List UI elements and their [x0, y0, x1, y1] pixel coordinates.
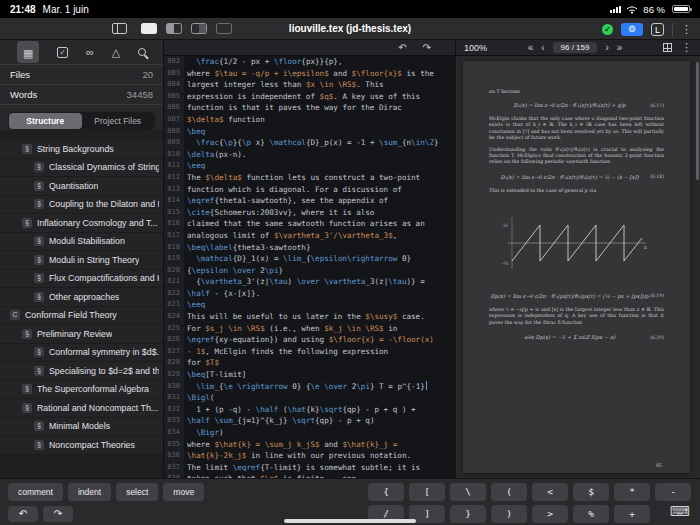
redo-icon[interactable]: ↷ [423, 43, 431, 53]
tree-item[interactable]: CConformal Field Theory [0, 307, 163, 326]
code-line[interactable]: 807$\delta$ function [164, 114, 456, 126]
code-line[interactable]: 813function which is diagonal. For a dis… [164, 184, 456, 196]
tree-item[interactable]: §Preliminary Review [0, 325, 163, 344]
typeset-button[interactable]: ⚙ [621, 23, 643, 36]
view-split-right-button[interactable] [191, 23, 207, 34]
tree-item[interactable]: §Classical Dynamics of String [0, 159, 163, 178]
zoom-level[interactable]: 100% [464, 43, 487, 53]
tree-item[interactable]: §Inflationary Cosmology and T... [0, 214, 163, 233]
view-split-left-button[interactable] [166, 23, 182, 34]
select-button[interactable]: select [116, 483, 158, 501]
code-line[interactable]: 817analogous limit of $\vartheta_3'/\var… [164, 230, 456, 242]
code-line[interactable]: 836\hat{k}-2k_j$ in line with our previo… [164, 450, 456, 462]
key-$[interactable]: $ [573, 483, 609, 501]
key-\[interactable]: \ [450, 483, 486, 501]
code-line[interactable]: 822\half - {x-[x]}. [164, 288, 456, 300]
home-indicator[interactable] [284, 519, 416, 523]
key-}[interactable]: } [450, 505, 486, 523]
key-<[interactable]: < [532, 483, 568, 501]
key-)[interactable]: ) [491, 505, 527, 523]
code-line[interactable]: 810\delta(px-n). [164, 149, 456, 161]
code-line[interactable]: 803where $\tau = -q/p + i\epsilon$ and $… [164, 68, 456, 80]
code-line[interactable]: 834 \Bigr) [164, 427, 456, 439]
tree-item[interactable]: §Other approaches [0, 288, 163, 307]
code-line[interactable]: 818\beq\label{theta3-sawtooth} [164, 242, 456, 254]
key--[interactable]: - [655, 483, 691, 501]
key-[[interactable]: [ [409, 483, 445, 501]
tree-item[interactable]: §Quantisation [0, 177, 163, 196]
redo-button[interactable]: ↷ [43, 506, 73, 522]
pdf-more-icon[interactable]: ⋮ [681, 42, 692, 53]
code-line[interactable]: 829\beq[T-limit] [164, 369, 456, 381]
code-line[interactable]: 806function is that it paves the way for… [164, 102, 456, 114]
warnings-icon[interactable]: △ [112, 47, 120, 58]
code-line[interactable]: 820{\epsilon \over 2\pi} [164, 265, 456, 277]
sidebar-toggle-icon[interactable] [112, 23, 127, 34]
move-button[interactable]: move [163, 483, 204, 501]
pdf-preview-pane[interactable]: on T becomeD₁(x) = lim ε→0 ε/2π · ϑ′₁(z|… [456, 56, 700, 478]
code-line[interactable]: 816claimed that the same sawtooth functi… [164, 218, 456, 230]
code-line[interactable]: 812The $\delta$ function lets us constru… [164, 172, 456, 184]
infinity-icon[interactable]: ∞ [86, 47, 94, 58]
key-+[interactable]: + [614, 505, 650, 523]
code-line[interactable]: 828for $T$ [164, 357, 456, 369]
tree-item[interactable]: §Rational and Noncompact Th... [0, 399, 163, 418]
tree-item[interactable]: §Noncompact Theories [0, 436, 163, 455]
code-line[interactable]: 837The limit \eqref{T-limit} is somewhat… [164, 462, 456, 474]
keyboard-dismiss-icon[interactable]: ⌨ [670, 503, 690, 519]
code-line[interactable]: 831\Bigl( [164, 392, 456, 404]
view-pdf-button[interactable] [216, 23, 232, 34]
code-line[interactable]: 833\half \sum_{j=1}^{k_j} \sqrt{qp} - p … [164, 415, 456, 427]
key-%[interactable]: % [573, 505, 609, 523]
code-line[interactable]: 802 \frac{1/2 - px + \floor{px}}{p}, [164, 56, 456, 68]
tree-item[interactable]: §Moduli Stabilisation [0, 233, 163, 252]
code-line[interactable]: 825For $s_j \in \RS$ (i.e., when $k_j \i… [164, 323, 456, 335]
code-area[interactable]: 802 \frac{1/2 - px + \floor{px}}{p},803w… [164, 56, 456, 478]
code-line[interactable]: 804largest integer less than $x \in \RS$… [164, 79, 456, 91]
todo-icon[interactable]: ✓ [57, 47, 68, 58]
syntax-check-icon[interactable]: ✓ [602, 24, 613, 35]
code-line[interactable]: 832 1 + (p -q) - \half (\hat{k}\sqrt{qp}… [164, 404, 456, 416]
structure-view-icon[interactable]: ▦ [17, 41, 39, 63]
code-line[interactable]: 809 \frac{\p}{\p x} \mathcal{D}_p(x) = -… [164, 137, 456, 149]
page-indicator[interactable]: 96 / 159 [553, 42, 598, 53]
key-*[interactable]: * [614, 483, 650, 501]
tree-item[interactable]: §Moduli in String Theory [0, 251, 163, 270]
tree-item[interactable]: §Coupling to the Dilaton and B... [0, 196, 163, 215]
key-([interactable]: ( [491, 483, 527, 501]
comment-button[interactable]: comment [8, 483, 63, 501]
tree-item[interactable]: §The Superconformal Algebra [0, 381, 163, 400]
indent-button[interactable]: indent [68, 483, 111, 501]
code-line[interactable]: 823\eeq [164, 299, 456, 311]
tab-project-files[interactable]: Project Files [82, 113, 155, 129]
key-{[interactable]: { [368, 483, 404, 501]
prev-page-icon[interactable]: ‹ [541, 42, 544, 53]
last-page-icon[interactable]: » [617, 42, 623, 53]
tree-item[interactable]: §Conformal symmetry in $d$... [0, 344, 163, 363]
code-line[interactable]: 811\eeq [164, 160, 456, 172]
layout-button[interactable]: L [651, 23, 664, 36]
code-line[interactable]: 824This will be useful to us later in th… [164, 311, 456, 323]
code-line[interactable]: 814\eqref{theta1-sawtooth}, see the appe… [164, 195, 456, 207]
code-line[interactable]: 819 \mathcal{D}_1(x) = \lim_{\epsilon\ri… [164, 253, 456, 265]
code-line[interactable]: 808\beq [164, 126, 456, 138]
tree-item[interactable]: §Flux Compactifications and K... [0, 270, 163, 289]
code-line[interactable]: 805expression is independent of $q$. A k… [164, 91, 456, 103]
tree-item[interactable]: §String Backgrounds [0, 140, 163, 159]
code-line[interactable]: 835where $\hat{k} = \sum_j k_jS$ and $\h… [164, 439, 456, 451]
code-line[interactable]: 826\eqref{xy-equation}) and using $\floo… [164, 334, 456, 346]
more-menu-icon[interactable]: ⋮ [681, 24, 692, 35]
code-line[interactable]: 830 \lim_{\e \rightarrow 0} {\e \over 2\… [164, 381, 456, 393]
undo-button[interactable]: ↶ [8, 506, 38, 522]
undo-icon[interactable]: ↶ [398, 43, 406, 53]
thumbnails-icon[interactable] [663, 43, 672, 52]
tab-structure[interactable]: Structure [9, 113, 82, 129]
tree-item[interactable]: §Specialising to $d=2$ and th... [0, 362, 163, 381]
first-page-icon[interactable]: « [528, 42, 534, 53]
code-line[interactable]: 821 {\vartheta_3'(z|\tau) \over \varthet… [164, 276, 456, 288]
tree-item[interactable]: §Minimal Models [0, 418, 163, 437]
key->[interactable]: > [532, 505, 568, 523]
next-page-icon[interactable]: › [605, 42, 608, 53]
code-line[interactable]: 815\cite{Schomerus:2003vv}, where it is … [164, 207, 456, 219]
view-editor-button[interactable] [141, 23, 157, 34]
